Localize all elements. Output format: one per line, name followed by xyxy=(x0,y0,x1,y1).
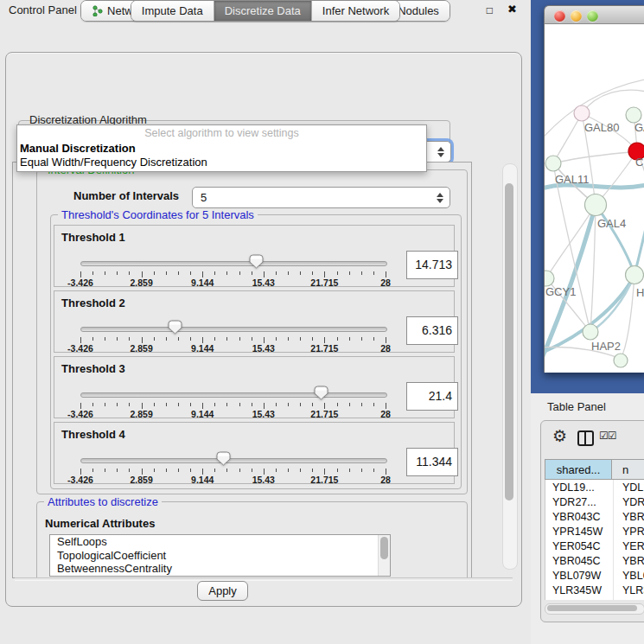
cell-shared-name: YLR345W xyxy=(545,584,613,596)
attribute-item[interactable]: SelfLoops xyxy=(50,535,390,549)
tick-mark xyxy=(300,403,301,406)
table-body[interactable]: YDL19...YDL1YDR27...YDR2YBR043CYBR0YPR14… xyxy=(545,480,644,600)
slider-handle[interactable] xyxy=(216,451,231,466)
scrollbar-thumb[interactable] xyxy=(505,183,513,501)
network-node[interactable] xyxy=(574,105,590,121)
network-window-titlebar[interactable] xyxy=(544,5,644,24)
table-row[interactable]: YDL19...YDL1 xyxy=(545,480,644,494)
popup-item-manual-discretization[interactable]: Manual Discretization xyxy=(20,142,136,155)
cell-shared-name: YDL19... xyxy=(545,481,613,494)
tick-mark xyxy=(80,403,81,409)
popup-item-equal-width-frequency[interactable]: Equal Width/Frequency Discretization xyxy=(20,156,207,169)
tab-infer-network[interactable]: Infer Network xyxy=(311,1,399,21)
apply-button[interactable]: Apply xyxy=(197,581,248,601)
scrollbar-thumb[interactable] xyxy=(380,537,388,559)
tab-discretize-data[interactable]: Discretize Data xyxy=(214,1,311,21)
tick-mark xyxy=(361,403,362,406)
slider-track[interactable] xyxy=(80,458,387,463)
table-row[interactable]: YLR345WYLR3 xyxy=(545,583,644,597)
minimize-traffic-light-icon[interactable] xyxy=(571,10,582,22)
tick-label: 15.43 xyxy=(244,343,284,354)
attribute-item[interactable]: BetweennessCentrality xyxy=(50,562,390,576)
table-panel-body: ⚙ ☑☑ shared... n YDL19...YDL1YDR27...YDR… xyxy=(540,420,644,622)
threshold-value-field[interactable]: 21.4 xyxy=(406,382,458,411)
cell-name: YDL1 xyxy=(613,480,644,494)
threshold-value-field[interactable]: 11.344 xyxy=(406,448,458,476)
cell-name: YBR0 xyxy=(613,553,644,568)
slider-handle[interactable] xyxy=(168,320,182,335)
tick-mark xyxy=(312,469,313,472)
tab-impute-data[interactable]: Impute Data xyxy=(131,1,214,21)
number-of-intervals-spinner[interactable]: 5 xyxy=(192,187,450,208)
network-node[interactable] xyxy=(545,156,561,171)
slider-track[interactable] xyxy=(80,327,387,332)
columns-icon[interactable] xyxy=(577,430,594,446)
table-row[interactable]: YBL079WYBL0 xyxy=(545,568,644,583)
tick-mark xyxy=(349,403,350,406)
tick-mark xyxy=(361,271,362,275)
tick-mark xyxy=(154,271,155,275)
gear-icon[interactable]: ⚙ xyxy=(552,426,567,446)
node-label: GAL80 xyxy=(584,121,619,134)
checkboxes-icon[interactable]: ☑☑ xyxy=(599,430,616,442)
tick-mark xyxy=(386,469,386,475)
table-horizontal-scrollbar[interactable] xyxy=(545,603,644,615)
tick-mark xyxy=(178,469,179,472)
cell-name: YER0 xyxy=(613,539,644,553)
table-row[interactable]: YPR145WYPR1 xyxy=(545,524,644,539)
close-traffic-light-icon[interactable] xyxy=(554,10,565,22)
tick-label: -3.426 xyxy=(61,277,100,288)
column-header-name[interactable]: n xyxy=(612,459,644,480)
network-node[interactable] xyxy=(585,194,607,216)
algorithm-dropdown-popup: Select algorithm to view settings Manual… xyxy=(16,124,427,172)
slider-handle[interactable] xyxy=(314,386,328,400)
cyni-toolbox-panel: Discretization Algorithm Select algorith… xyxy=(5,52,522,607)
network-node[interactable] xyxy=(626,266,644,284)
network-node[interactable] xyxy=(614,354,628,367)
panel-vertical-scrollbar[interactable] xyxy=(502,163,518,570)
spinner-arrows-icon xyxy=(437,147,444,157)
node-label: C xyxy=(635,156,643,169)
tick-mark xyxy=(226,469,227,472)
tick-mark xyxy=(373,271,374,275)
tick-mark xyxy=(264,403,265,409)
table-row[interactable]: YIL052CYIL0 xyxy=(545,597,644,600)
slider-track[interactable] xyxy=(80,392,387,398)
network-canvas[interactable]: GAL80GACGAL11GAL4GCY1HHAP2 xyxy=(544,24,644,373)
tick-mark xyxy=(312,403,313,406)
zoom-traffic-light-icon[interactable] xyxy=(587,10,598,22)
cell-name: YLR3 xyxy=(613,583,644,597)
threshold-value-field[interactable]: 14.713 xyxy=(406,251,458,279)
slider-track[interactable] xyxy=(80,261,387,266)
slider-handle[interactable] xyxy=(249,254,264,269)
tick-mark xyxy=(252,271,252,275)
tick-mark xyxy=(386,403,386,409)
tick-mark xyxy=(337,403,338,406)
tick-label: 2.859 xyxy=(122,475,162,485)
tick-mark xyxy=(373,469,374,472)
table-row[interactable]: YBR043CYBR0 xyxy=(545,509,644,524)
algorithm-placeholder-item[interactable]: Select algorithm to view settings xyxy=(17,127,426,139)
tick-mark xyxy=(288,337,289,341)
tick-label: 9.144 xyxy=(182,343,222,354)
attribute-item[interactable]: TopologicalCoefficient xyxy=(50,549,390,563)
tick-mark xyxy=(80,271,81,277)
network-node[interactable] xyxy=(545,271,554,286)
numerical-attributes-list[interactable]: SelfLoopsTopologicalCoefficientBetweenne… xyxy=(49,534,391,577)
scrollbar-thumb[interactable] xyxy=(547,605,637,611)
table-row[interactable]: YBR045CYBR0 xyxy=(545,553,644,568)
tick-mark xyxy=(276,469,277,472)
table-row[interactable]: YDR27...YDR2 xyxy=(545,494,644,509)
table-row[interactable]: YER054CYER0 xyxy=(545,539,644,553)
tick-mark xyxy=(129,469,130,472)
network-node[interactable] xyxy=(583,324,598,340)
tick-mark xyxy=(142,271,143,277)
threshold-label: Threshold 3 xyxy=(61,362,125,375)
attributes-list-scrollbar[interactable] xyxy=(378,535,390,576)
node-label: GAL11 xyxy=(555,173,590,186)
column-header-shared-name[interactable]: shared... xyxy=(545,459,612,480)
tick-mark xyxy=(129,403,130,406)
tick-mark xyxy=(288,469,289,472)
threshold-value-field[interactable]: 6.316 xyxy=(406,316,458,345)
tick-mark xyxy=(239,337,240,341)
